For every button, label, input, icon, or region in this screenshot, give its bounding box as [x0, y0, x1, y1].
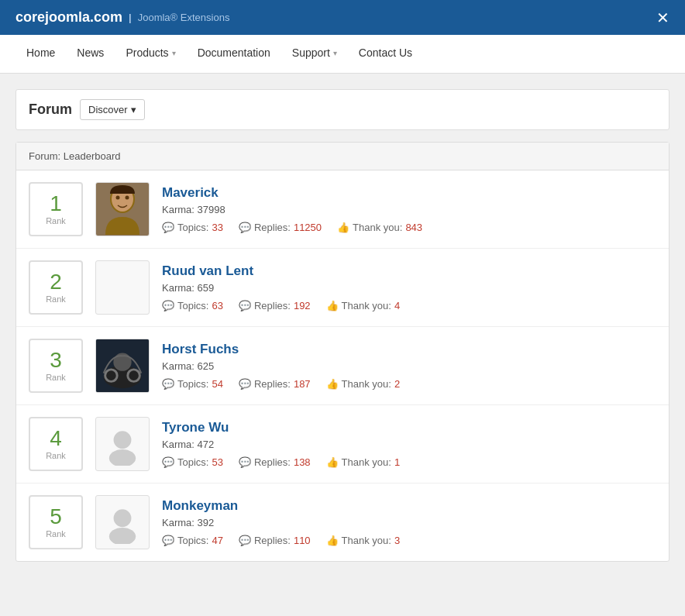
logo-text: corejoomla.com [15, 9, 122, 26]
user-stats: 💬 Topics: 63 💬 Replies: 192 👍 Thank you:… [162, 300, 656, 311]
user-name: Ruud van Lent [162, 263, 656, 279]
thankyou-icon: 👍 [326, 456, 339, 468]
avatar-image [99, 182, 146, 236]
support-arrow: ▾ [333, 49, 337, 57]
user-karma: Karma: 37998 [162, 204, 656, 215]
user-karma: Karma: 392 [162, 517, 656, 528]
avatar [95, 417, 150, 471]
user-stats: 💬 Topics: 54 💬 Replies: 187 👍 Thank you:… [162, 378, 656, 390]
rank-box-2: 2 Rank [29, 260, 83, 315]
avatar-placeholder-icon [103, 501, 142, 544]
user-karma: Karma: 625 [162, 360, 656, 372]
discover-button[interactable]: Discover ▾ [80, 99, 145, 120]
table-row: 3 Rank Horst Fuchs [16, 327, 669, 405]
rank-label: Rank [46, 451, 66, 460]
avatar-placeholder-icon [103, 423, 142, 466]
topics-label: Topics: [177, 535, 208, 546]
nav-support[interactable]: Support ▾ [281, 35, 348, 74]
svg-point-9 [114, 431, 132, 449]
svg-point-2 [116, 196, 120, 200]
replies-label: Replies: [254, 300, 291, 311]
topics-value: 63 [212, 300, 222, 311]
rank-label: Rank [46, 373, 66, 382]
topics-label: Topics: [177, 300, 208, 311]
thankyou-stat: 👍 Thank you: 843 [337, 222, 422, 233]
nav-news[interactable]: News [66, 35, 115, 74]
replies-icon: 💬 [239, 456, 251, 468]
avatar [95, 339, 150, 393]
user-karma: Karma: 659 [162, 282, 656, 294]
avatar-maverick [96, 183, 149, 236]
user-info: Tyrone Wu Karma: 472 💬 Topics: 53 💬 Repl… [162, 420, 656, 468]
topics-label: Topics: [177, 378, 208, 390]
site-logo: corejoomla.com | Joomla® Extensions [15, 9, 229, 26]
thankyou-stat: 👍 Thank you: 3 [326, 535, 401, 546]
logo-separator: | [129, 12, 132, 23]
thankyou-label: Thank you: [353, 222, 402, 233]
user-stats: 💬 Topics: 53 💬 Replies: 138 👍 Thank you:… [162, 456, 656, 468]
replies-label: Replies: [254, 535, 291, 546]
topics-icon: 💬 [162, 378, 174, 390]
user-stats: 💬 Topics: 33 💬 Replies: 11250 👍 Thank yo… [162, 222, 656, 233]
replies-icon: 💬 [239, 300, 251, 311]
svg-point-11 [114, 509, 132, 527]
thankyou-label: Thank you: [342, 535, 391, 546]
rank-number: 2 [50, 271, 62, 293]
table-row: 1 Rank Maver [16, 170, 669, 249]
rank-box-5: 5 Rank [29, 495, 83, 549]
thankyou-label: Thank you: [342, 456, 391, 468]
topics-label: Topics: [177, 456, 208, 468]
svg-point-12 [109, 527, 136, 543]
topics-value: 47 [212, 535, 222, 546]
topics-value: 54 [212, 378, 222, 390]
rank-label: Rank [46, 216, 66, 225]
forum-label: Forum [29, 102, 72, 118]
replies-stat: 💬 Replies: 187 [239, 378, 311, 390]
replies-icon: 💬 [239, 378, 251, 390]
rank-box-4: 4 Rank [29, 417, 83, 471]
topics-icon: 💬 [162, 456, 174, 468]
replies-value: 192 [294, 300, 311, 311]
user-stats: 💬 Topics: 47 💬 Replies: 110 👍 Thank you:… [162, 535, 656, 546]
user-info: Horst Fuchs Karma: 625 💬 Topics: 54 💬 Re… [162, 342, 656, 390]
topics-value: 33 [212, 222, 222, 233]
logo-tagline: Joomla® Extensions [138, 12, 230, 23]
topics-icon: 💬 [162, 300, 174, 311]
thankyou-icon: 👍 [337, 222, 349, 233]
replies-stat: 💬 Replies: 192 [239, 300, 311, 311]
avatar-image [96, 339, 149, 393]
discover-label: Discover [88, 104, 128, 115]
rank-number: 5 [50, 506, 62, 528]
thankyou-icon: 👍 [326, 300, 339, 311]
user-karma: Karma: 472 [162, 439, 656, 450]
main-nav: Home News Products ▾ Documentation Suppo… [0, 35, 685, 74]
avatar [95, 260, 150, 315]
replies-value: 187 [294, 378, 311, 390]
replies-value: 138 [294, 456, 311, 468]
rank-box-3: 3 Rank [29, 339, 83, 393]
nav-documentation[interactable]: Documentation [187, 35, 281, 74]
topics-stat: 💬 Topics: 54 [162, 378, 223, 390]
header-icon: ✕ [656, 9, 670, 27]
topics-label: Topics: [177, 222, 208, 233]
user-info: Maverick Karma: 37998 💬 Topics: 33 💬 Rep… [162, 185, 656, 233]
svg-point-3 [126, 196, 129, 200]
topics-stat: 💬 Topics: 47 [162, 535, 223, 546]
products-arrow: ▾ [172, 49, 176, 57]
replies-stat: 💬 Replies: 138 [239, 456, 311, 468]
nav-home[interactable]: Home [15, 35, 66, 74]
topics-icon: 💬 [162, 535, 174, 546]
topics-stat: 💬 Topics: 63 [162, 300, 223, 311]
replies-icon: 💬 [239, 535, 251, 546]
user-name: Monkeyman [162, 498, 656, 514]
thankyou-icon: 👍 [326, 378, 339, 390]
discover-arrow-icon: ▾ [131, 104, 136, 115]
nav-contact[interactable]: Contact Us [348, 35, 423, 74]
topics-stat: 💬 Topics: 53 [162, 456, 223, 468]
leaderboard-header: Forum: Leaderboard [16, 143, 669, 170]
replies-icon: 💬 [239, 222, 251, 233]
rank-label: Rank [46, 294, 66, 304]
thankyou-stat: 👍 Thank you: 2 [326, 378, 401, 390]
leaderboard-section: Forum: Leaderboard 1 Rank [15, 142, 670, 562]
nav-products[interactable]: Products ▾ [115, 35, 186, 74]
